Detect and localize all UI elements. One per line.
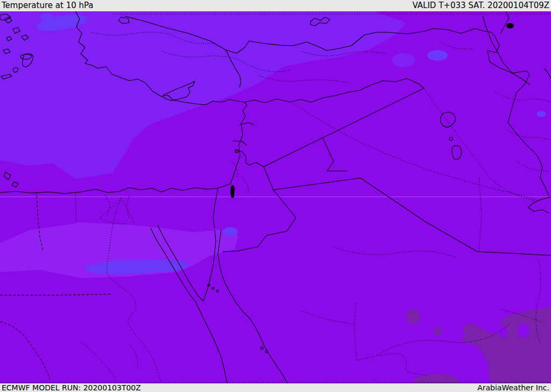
shade-dark-blob-2: [434, 327, 442, 336]
brand-label: ArabiaWeather Inc.: [477, 383, 549, 392]
model-run-label: ECMWF MODEL RUN: 20200103T00Z: [2, 383, 141, 392]
shade-dark-hole-1: [498, 325, 507, 338]
valid-time-label: VALID T+033 SAT. 20200104T09Z: [413, 0, 549, 11]
temperature-shading: [0, 11, 551, 383]
map-title: Temperature at 10 hPa: [2, 0, 94, 11]
shade-blob-sinai: [223, 227, 238, 237]
map-area: [0, 11, 551, 383]
footer-bar: ECMWF MODEL RUN: 20200103T00Z ArabiaWeat…: [0, 383, 551, 392]
lake-sevan: [506, 23, 514, 28]
shade-blob-small: [40, 13, 53, 20]
dead-sea: [230, 185, 235, 198]
shade-light-patch: [392, 53, 415, 67]
shade-dark-hole-2: [518, 324, 529, 338]
weather-map: [0, 11, 551, 383]
shade-blob-east: [427, 50, 448, 61]
shade-dark-blob-1: [406, 309, 420, 324]
header-bar: Temperature at 10 hPa VALID T+033 SAT. 2…: [0, 0, 551, 11]
shade-blob-iran: [536, 111, 546, 117]
